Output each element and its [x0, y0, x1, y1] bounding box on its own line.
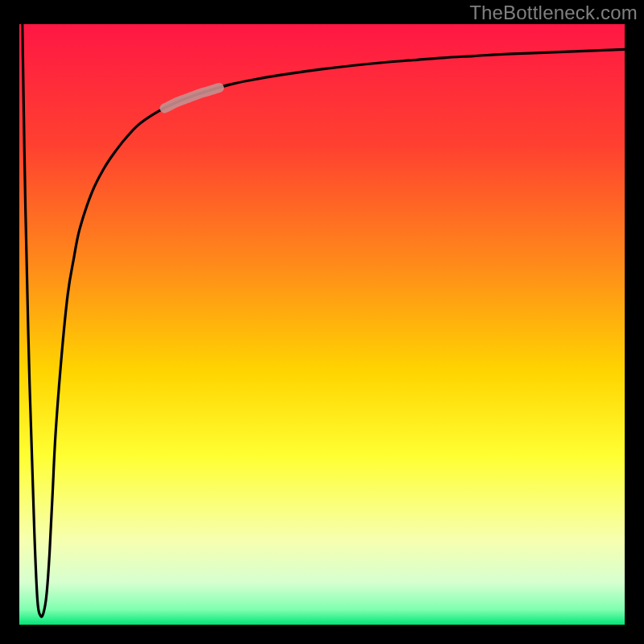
plot-background: [19, 24, 625, 625]
chart-frame: TheBottleneck.com: [0, 0, 644, 644]
chart-canvas: [0, 0, 644, 644]
